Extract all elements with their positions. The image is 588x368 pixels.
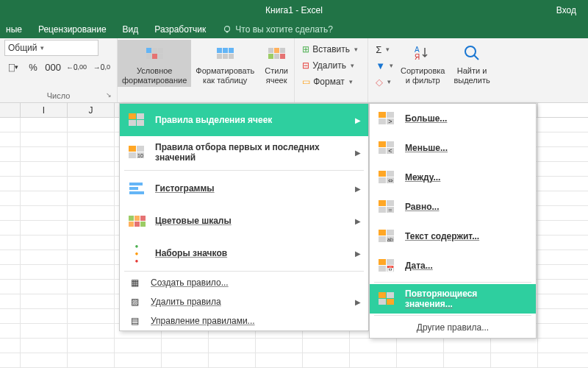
menu-data-bars[interactable]: Гистограммы ▶	[120, 172, 368, 205]
ribbon: Общий ▾ ⎕▾ % 000 ←0,00 →0,0 Число ↘ Усло…	[0, 38, 588, 103]
find-select-button[interactable]: Найти и выделить	[449, 40, 494, 90]
submenu-date-occurring[interactable]: 📅 Дата...	[370, 251, 536, 280]
new-rule-icon: ▦	[127, 276, 142, 289]
fill-down-icon: ▼	[376, 61, 385, 71]
format-icon: ▭	[302, 77, 310, 87]
cell-styles-button[interactable]: Стили ячеек	[259, 40, 294, 87]
chevron-down-icon: ▾	[354, 46, 358, 53]
between-icon: ⇔	[377, 168, 396, 187]
menu-separator	[124, 271, 364, 272]
autosum-button[interactable]: Σ▾	[374, 41, 395, 57]
group-editing: Σ▾ ▼▾ ◇▾ AЯ Сортировка и фильтр Найти и …	[368, 38, 499, 102]
menu-separator	[374, 282, 531, 283]
submenu-between[interactable]: ⇔ Между...	[370, 163, 536, 192]
icon-sets-icon: ●●●	[127, 244, 146, 263]
menu-item-label: Дата...	[405, 261, 433, 271]
highlight-cells-submenu: > Больше... < Меньше... ⇔ Между... = Рав…	[369, 103, 537, 339]
menu-item-label: Управление правилами...	[151, 316, 255, 326]
submenu-arrow-icon: ▶	[355, 116, 361, 124]
tab-view[interactable]: Вид	[123, 24, 139, 35]
insert-icon: ⊞	[302, 44, 309, 54]
number-format-value: Общий	[8, 43, 37, 53]
menu-item-label: Равно...	[405, 202, 439, 212]
svg-line-5	[474, 55, 478, 60]
menu-new-rule[interactable]: ▦ Создать правило...	[120, 273, 368, 292]
menu-highlight-cells-rules[interactable]: Правила выделения ячеек ▶	[120, 104, 368, 136]
menu-item-label: Между...	[405, 172, 440, 183]
insert-cells-button[interactable]: ⊞ Вставить ▾	[301, 41, 362, 57]
tab-review[interactable]: Рецензирование	[38, 24, 107, 35]
menu-top-bottom-rules[interactable]: 10 Правила отбора первых и последних зна…	[120, 136, 368, 169]
submenu-less-than[interactable]: < Меньше...	[370, 133, 536, 163]
tab-developer[interactable]: Разработчик	[154, 24, 206, 35]
select-all-corner[interactable]	[0, 103, 21, 117]
clear-rules-icon: ▨	[127, 295, 142, 308]
menu-item-label: Удалить правила	[151, 297, 221, 307]
menu-manage-rules[interactable]: ▤ Управление правилами...	[120, 311, 368, 330]
tell-me-label: Что вы хотите сделать?	[235, 24, 333, 35]
number-format-combo[interactable]: Общий ▾	[4, 40, 98, 56]
menu-clear-rules[interactable]: ▨ Удалить правила ▶	[120, 292, 368, 311]
group-cells: ⊞ Вставить ▾ ⊟ Удалить ▾ ▭ Формат ▾	[295, 38, 368, 102]
svg-text:Я: Я	[415, 53, 420, 61]
submenu-text-contains[interactable]: ab Текст содержит...	[370, 222, 536, 251]
menu-item-label: Правила выделения ячеек	[155, 115, 272, 125]
delete-label: Удалить	[312, 60, 346, 71]
dialog-launcher-icon[interactable]: ↘	[106, 91, 115, 100]
menu-item-label: Повторяющиеся значения...	[405, 289, 477, 309]
group-label-number: Число	[4, 90, 112, 102]
title-bar: Книга1 - Excel Вход	[0, 0, 588, 21]
menu-item-label: Создать правило...	[151, 277, 229, 288]
signin-link[interactable]: Вход	[556, 5, 576, 15]
submenu-arrow-icon: ▶	[355, 298, 361, 306]
menu-item-label: Другие правила...	[417, 322, 489, 333]
sort-filter-button[interactable]: AЯ Сортировка и фильтр	[396, 40, 449, 90]
conditional-formatting-icon	[143, 41, 166, 65]
percent-button[interactable]: %	[24, 59, 42, 75]
increase-decimal-button[interactable]: ←0,00	[64, 59, 89, 75]
submenu-equal-to[interactable]: = Равно...	[370, 192, 536, 222]
col-header[interactable]: I	[21, 103, 68, 117]
top-bottom-icon: 10	[127, 143, 146, 162]
chevron-down-icon: ▾	[390, 62, 393, 69]
submenu-arrow-icon: ▶	[355, 250, 361, 258]
clear-button[interactable]: ◇▾	[374, 74, 395, 90]
submenu-greater-than[interactable]: > Больше...	[370, 104, 536, 133]
tab-truncated[interactable]: ные	[6, 24, 22, 35]
tell-me[interactable]: Что вы хотите сделать?	[222, 24, 333, 35]
delete-icon: ⊟	[302, 60, 309, 71]
text-contains-icon: ab	[377, 227, 396, 246]
submenu-arrow-icon: ▶	[355, 217, 361, 225]
accounting-format-button[interactable]: ⎕▾	[4, 59, 22, 75]
insert-label: Вставить	[312, 44, 350, 54]
menu-item-label: Наборы значков	[155, 248, 227, 258]
comma-style-button[interactable]: 000	[44, 59, 62, 75]
delete-cells-button[interactable]: ⊟ Удалить ▾	[301, 57, 362, 74]
lightbulb-icon	[222, 24, 232, 35]
menu-item-label: Правила отбора первых и последних значен…	[155, 142, 358, 163]
menu-item-label: Гистограммы	[155, 183, 215, 194]
data-bars-icon	[127, 179, 146, 198]
manage-rules-icon: ▤	[127, 314, 142, 328]
format-label: Формат	[313, 77, 345, 87]
duplicate-values-icon	[377, 289, 396, 308]
conditional-formatting-button[interactable]: Условное форматирование	[118, 40, 191, 87]
menu-icon-sets[interactable]: ●●● Наборы значков ▶	[120, 237, 368, 269]
decrease-decimal-button[interactable]: →0,0	[91, 59, 112, 75]
sort-filter-icon: AЯ	[411, 41, 434, 65]
fill-button[interactable]: ▼▾	[374, 57, 395, 74]
cell-styles-icon	[265, 41, 288, 65]
format-as-table-button[interactable]: Форматировать как таблицу	[191, 40, 259, 87]
format-as-table-icon	[213, 41, 237, 65]
group-number: Общий ▾ ⎕▾ % 000 ←0,00 →0,0 Число ↘	[0, 38, 118, 102]
submenu-duplicate-values[interactable]: Повторяющиеся значения...	[370, 284, 536, 314]
menu-color-scales[interactable]: Цветовые шкалы ▶	[120, 205, 368, 237]
sigma-icon: Σ	[376, 45, 381, 54]
equal-to-icon: =	[377, 197, 396, 216]
col-header[interactable]: J	[68, 103, 115, 117]
format-cells-button[interactable]: ▭ Формат ▾	[301, 74, 362, 90]
ribbon-tabs: ные Рецензирование Вид Разработчик Что в…	[0, 21, 588, 38]
group-styles: Условное форматирование Форматировать ка…	[118, 38, 295, 102]
submenu-more-rules[interactable]: Другие правила...	[370, 317, 536, 338]
submenu-arrow-icon: ▶	[355, 185, 361, 193]
